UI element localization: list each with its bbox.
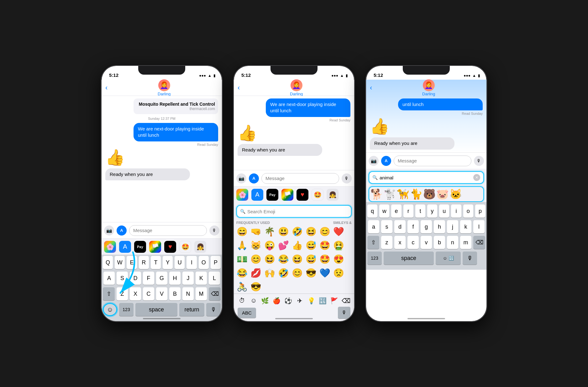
key-u[interactable]: u xyxy=(439,204,449,218)
clear-search-button[interactable]: ✕ xyxy=(473,174,480,181)
memoji-app-1[interactable]: 🤩 xyxy=(179,241,191,253)
avatar-3[interactable]: 👩‍🦰 xyxy=(423,79,435,91)
contact-name-2[interactable]: Darling xyxy=(290,92,303,96)
key-k[interactable]: k xyxy=(460,220,471,233)
emoji-cell[interactable]: 🚴 xyxy=(235,280,249,294)
animal-result-bear[interactable]: 🐻 xyxy=(423,188,436,200)
emoji-cell[interactable]: 😟 xyxy=(332,266,345,280)
animal-search-bar[interactable]: 🔍 ✕ xyxy=(369,171,484,184)
apps-button-2[interactable]: A xyxy=(249,173,259,183)
animal-result-dog[interactable]: 🐕 xyxy=(370,188,383,200)
key-H[interactable]: H xyxy=(169,272,181,285)
back-button-1[interactable]: ‹ xyxy=(105,84,108,92)
key-P[interactable]: P xyxy=(211,256,221,269)
camera-button-3[interactable]: 📷 xyxy=(369,156,379,166)
emoji-cell[interactable]: 😎 xyxy=(304,266,318,280)
key-A[interactable]: A xyxy=(103,272,115,285)
nature-tab[interactable]: 🌿 xyxy=(260,297,271,305)
key-C[interactable]: C xyxy=(143,287,154,300)
key-p[interactable]: p xyxy=(475,204,485,218)
photos-app-2[interactable]: 🌸 xyxy=(236,189,248,201)
key-N[interactable]: N xyxy=(182,287,194,300)
emoji-cell[interactable]: 😸 xyxy=(249,238,263,252)
key-B[interactable]: B xyxy=(169,287,181,300)
more-app-2[interactable]: 👧 xyxy=(327,189,339,201)
heart-app-2[interactable]: ♥ xyxy=(297,189,308,201)
emoji-cell[interactable]: 😄 xyxy=(235,225,249,238)
emoji-search-bar-2[interactable]: 🔍 xyxy=(236,205,352,218)
appstore-app-2[interactable]: A xyxy=(251,189,263,201)
symbols-tab[interactable]: 🔣 xyxy=(317,297,329,305)
emoji-cell[interactable]: 😃 xyxy=(276,225,290,238)
more-app-1[interactable]: 👧 xyxy=(194,241,206,253)
key-space-3[interactable]: space xyxy=(384,252,434,265)
key-K[interactable]: K xyxy=(196,272,207,285)
key-Q[interactable]: Q xyxy=(103,256,113,269)
contact-name-3[interactable]: Darling xyxy=(422,92,435,96)
emoji-cell[interactable]: 😅 xyxy=(304,238,318,252)
key-q[interactable]: q xyxy=(367,204,377,218)
emoji-cell[interactable]: 😍 xyxy=(332,252,345,266)
key-v[interactable]: v xyxy=(421,236,432,249)
pride-app-2[interactable]: 🏳️ xyxy=(281,189,293,201)
apps-button-1[interactable]: A xyxy=(117,225,127,236)
audio-button-1[interactable]: 🎙 xyxy=(209,225,219,236)
key-S[interactable]: S xyxy=(117,272,128,285)
appstore-app-1[interactable]: A xyxy=(119,241,131,253)
key-shift-3[interactable]: ⇧ xyxy=(367,236,379,249)
key-r[interactable]: r xyxy=(403,204,413,218)
key-num-3[interactable]: 123 xyxy=(367,252,382,265)
emoji-cell[interactable]: 😜 xyxy=(263,238,276,252)
key-f[interactable]: f xyxy=(407,220,419,233)
link-card-1[interactable]: Mosquito Repellent and Tick Control ther… xyxy=(134,98,218,114)
emoji-cell[interactable]: 😆 xyxy=(290,252,304,266)
flags-tab[interactable]: 🚩 xyxy=(328,297,340,305)
key-l[interactable]: l xyxy=(473,220,485,233)
message-input-2[interactable] xyxy=(261,173,339,184)
key-space-1[interactable]: space xyxy=(135,303,177,316)
key-g[interactable]: g xyxy=(421,220,432,233)
animal-search-input[interactable] xyxy=(380,175,471,180)
abc-button-2[interactable]: ABC xyxy=(238,308,256,318)
key-F[interactable]: F xyxy=(143,272,154,285)
applepay-app-1[interactable]: Pay xyxy=(134,241,146,253)
key-I[interactable]: I xyxy=(186,256,197,269)
animal-result-guide-dog[interactable]: 🦮 xyxy=(397,188,409,200)
emoji-cell[interactable]: 🤣 xyxy=(276,266,290,280)
emoji-cell[interactable]: 🌴 xyxy=(263,225,276,238)
emoji-cell[interactable]: 💵 xyxy=(235,252,249,266)
key-i[interactable]: i xyxy=(451,204,461,218)
key-emoji-3[interactable]: ☺ 🔣 xyxy=(436,252,461,265)
key-T[interactable]: T xyxy=(151,256,161,269)
key-Y[interactable]: Y xyxy=(163,256,173,269)
key-O[interactable]: O xyxy=(199,256,209,269)
emoji-cell[interactable]: 🤮 xyxy=(332,238,345,252)
emoji-cell[interactable]: 😂 xyxy=(235,266,249,280)
back-button-3[interactable]: ‹ xyxy=(370,84,372,92)
back-button-2[interactable]: ‹ xyxy=(238,84,240,92)
photos-app-1[interactable]: 🌸 xyxy=(104,241,116,253)
key-h[interactable]: h xyxy=(434,220,445,233)
key-delete-3[interactable]: ⌫ xyxy=(473,236,485,249)
contact-name-1[interactable]: Darling xyxy=(158,92,171,96)
avatar-1[interactable]: 👩‍🦰 xyxy=(158,79,170,91)
emoji-cell[interactable]: 😊 xyxy=(318,225,332,238)
audio-button-3[interactable]: 🎙 xyxy=(474,156,484,166)
emoji-cell[interactable]: 👍 xyxy=(290,238,304,252)
key-e[interactable]: e xyxy=(391,204,401,218)
pride-app-1[interactable]: 🏳️ xyxy=(149,241,161,253)
emoji-cell[interactable]: ❤️ xyxy=(332,225,345,238)
key-num-1[interactable]: 123 xyxy=(119,303,134,316)
key-s[interactable]: s xyxy=(381,220,392,233)
apps-button-3[interactable]: A xyxy=(381,156,391,166)
mic-button-2[interactable]: 🎙 xyxy=(338,307,350,319)
key-delete[interactable]: ⌫ xyxy=(209,287,221,300)
emoji-cell[interactable]: 😆 xyxy=(304,225,318,238)
emoji-cell[interactable]: 😊 xyxy=(290,266,304,280)
animal-result-poodle[interactable]: 🐩 xyxy=(384,188,396,200)
key-z[interactable]: z xyxy=(381,236,392,249)
food-tab[interactable]: 🍎 xyxy=(271,297,282,305)
key-w[interactable]: w xyxy=(379,204,389,218)
emoji-cell[interactable]: 🙌 xyxy=(263,266,276,280)
key-c[interactable]: c xyxy=(407,236,419,249)
